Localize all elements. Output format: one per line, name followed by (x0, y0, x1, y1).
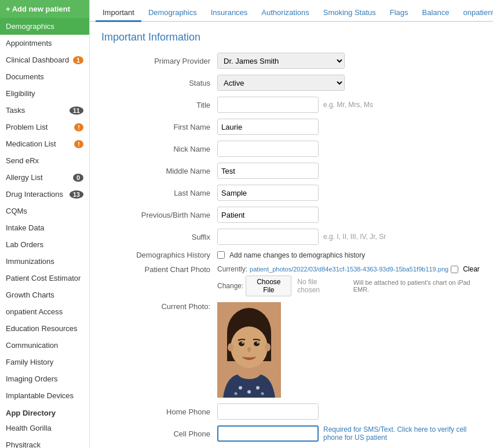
cell-phone-row: Cell Phone Required for SMS/Text. Click … (101, 425, 481, 442)
sidebar-item-label: CQMs (6, 207, 27, 215)
nick-name-label: Nick Name (101, 145, 217, 153)
suffix-input[interactable] (217, 229, 319, 245)
sidebar-item-physitrack[interactable]: Physitrack (0, 436, 89, 448)
important-form: Important Information Primary Provider D… (90, 22, 493, 448)
choose-file-button[interactable]: Choose File (246, 276, 291, 296)
sidebar-item-appointments[interactable]: Appointments (0, 35, 89, 52)
svg-point-7 (242, 342, 244, 344)
photo-info: Currently: patient_photos/2022/03/d84e31… (217, 265, 481, 296)
sidebar-item-label: Tasks (6, 106, 25, 115)
sidebar-item-documents[interactable]: Documents (0, 68, 89, 85)
photo-change-label: Change: (217, 282, 243, 290)
ipad-note: Will be attached to patient's chart on i… (353, 279, 481, 293)
sidebar-item-label: Implantable Devices (6, 391, 74, 400)
sidebar-item-patient-cost-estimator[interactable]: Patient Cost Estimator (0, 270, 89, 287)
sidebar-item-education-resources[interactable]: Education Resources (0, 320, 89, 337)
tasks-badge: 11 (70, 107, 83, 115)
sidebar-item-onpatient-access[interactable]: onpatient Access (0, 303, 89, 320)
last-name-label: Last Name (101, 189, 217, 197)
middle-name-input[interactable] (217, 163, 319, 179)
sidebar-item-lab-orders[interactable]: Lab Orders (0, 236, 89, 253)
home-phone-input[interactable] (217, 403, 319, 420)
title-input[interactable] (217, 97, 319, 113)
sidebar-item-immunizations[interactable]: Immunizations (0, 253, 89, 270)
status-select[interactable]: Active Inactive (217, 75, 345, 91)
sidebar-item-intake-data[interactable]: Intake Data (0, 219, 89, 236)
tab-demographics[interactable]: Demographics (141, 5, 204, 22)
sidebar: Add new patient Demographics Appointment… (0, 0, 90, 448)
first-name-row: First Name (101, 119, 481, 135)
sidebar-item-drug-interactions[interactable]: Drug Interactions 13 (0, 186, 89, 203)
sidebar-item-label: Health Gorilla (6, 424, 52, 432)
sidebar-item-eligibility[interactable]: Eligibility (0, 85, 89, 102)
svg-point-8 (257, 342, 259, 344)
first-name-input[interactable] (217, 119, 319, 135)
sidebar-item-label: onpatient Access (6, 307, 63, 316)
medication-list-badge: ! (74, 140, 83, 148)
primary-provider-select[interactable]: Dr. James Smith Other Provider (217, 53, 345, 69)
sidebar-item-communication[interactable]: Communication (0, 337, 89, 354)
patient-chart-photo-label: Patient Chart Photo (101, 265, 217, 274)
photo-clear-checkbox[interactable] (451, 266, 458, 273)
first-name-label: First Name (101, 123, 217, 131)
cell-phone-note[interactable]: Required for SMS/Text. Click here to ver… (323, 425, 481, 442)
tab-onpatient-payments[interactable]: onpatient Payments (457, 5, 493, 22)
sidebar-item-label: Growth Charts (6, 291, 54, 299)
title-row: Title e.g. Mr, Mrs, Ms (101, 97, 481, 113)
sidebar-item-problem-list[interactable]: Problem List ! (0, 119, 89, 135)
clinical-dashboard-badge: 1 (73, 56, 83, 64)
sidebar-item-growth-charts[interactable]: Growth Charts (0, 287, 89, 303)
photo-clear-label: Clear (463, 265, 480, 273)
sidebar-item-clinical-dashboard[interactable]: Clinical Dashboard 1 (0, 52, 89, 68)
sidebar-item-label: Documents (6, 72, 44, 81)
suffix-row: Suffix e.g. I, II, III, IV, Jr, Sr (101, 229, 481, 245)
cell-phone-label: Cell Phone (101, 429, 217, 438)
primary-provider-label: Primary Provider (101, 57, 217, 65)
tab-smoking-status[interactable]: Smoking Status (316, 5, 383, 22)
nick-name-row: Nick Name (101, 141, 481, 157)
cell-phone-input[interactable] (217, 425, 319, 442)
nick-name-input[interactable] (217, 141, 319, 157)
current-photo-row: Current Photo: (101, 302, 481, 398)
last-name-input[interactable] (217, 185, 319, 201)
svg-point-10 (247, 390, 251, 394)
sidebar-item-label: Communication (6, 341, 58, 350)
sidebar-item-family-history[interactable]: Family History (0, 354, 89, 370)
tab-authorizations[interactable]: Authorizations (254, 5, 316, 22)
sidebar-item-tasks[interactable]: Tasks 11 (0, 102, 89, 119)
sidebar-item-allergy-list[interactable]: Allergy List 0 (0, 169, 89, 186)
title-hint: e.g. Mr, Mrs, Ms (323, 101, 373, 109)
sidebar-item-label: Immunizations (6, 257, 54, 266)
svg-point-12 (235, 392, 238, 395)
photo-currently-label: Currently: (217, 265, 247, 273)
sidebar-item-demographics[interactable]: Demographics (0, 18, 89, 35)
previous-birth-name-input[interactable] (217, 207, 319, 223)
sidebar-item-label: Lab Orders (6, 240, 43, 249)
sidebar-item-label: Medication List (6, 139, 56, 148)
sidebar-item-label: Intake Data (6, 223, 45, 232)
sidebar-item-health-gorilla[interactable]: Health Gorilla (0, 420, 89, 436)
sidebar-item-cqms[interactable]: CQMs (0, 203, 89, 219)
sidebar-item-label: Problem List (6, 123, 48, 131)
sidebar-item-imaging-orders[interactable]: Imaging Orders (0, 370, 89, 387)
tab-insurances[interactable]: Insurances (204, 5, 255, 22)
current-photo-label: Current Photo: (101, 302, 217, 311)
tab-balance[interactable]: Balance (415, 5, 457, 22)
patient-chart-photo-row: Patient Chart Photo Currently: patient_p… (101, 265, 481, 296)
last-name-row: Last Name (101, 185, 481, 201)
sidebar-item-label: Family History (6, 358, 53, 366)
sidebar-item-implantable-devices[interactable]: Implantable Devices (0, 387, 89, 404)
sidebar-item-label: Drug Interactions (6, 190, 63, 199)
previous-birth-name-row: Previous/Birth Name (101, 207, 481, 223)
main-content: Important Demographics Insurances Author… (90, 0, 493, 448)
tab-flags[interactable]: Flags (383, 5, 415, 22)
add-patient-button[interactable]: Add new patient (0, 0, 89, 18)
sidebar-item-send-erx[interactable]: Send eRx (0, 152, 89, 169)
demographics-history-checkbox[interactable] (217, 251, 225, 259)
previous-birth-name-label: Previous/Birth Name (101, 211, 217, 219)
sidebar-item-label: Education Resources (6, 324, 78, 333)
sidebar-item-label: Appointments (6, 39, 52, 47)
sidebar-item-medication-list[interactable]: Medication List ! (0, 135, 89, 152)
tab-important[interactable]: Important (96, 5, 141, 22)
photo-file-link[interactable]: patient_photos/2022/03/d84e31cf-1538-436… (250, 266, 448, 273)
